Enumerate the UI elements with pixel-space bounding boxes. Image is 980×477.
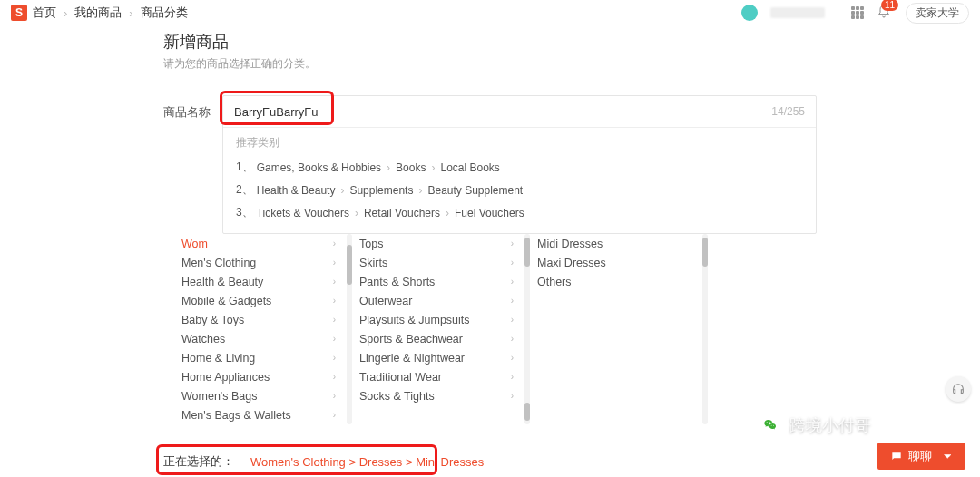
- wechat-icon: [759, 414, 782, 437]
- scrollbar[interactable]: [702, 234, 708, 424]
- apps-grid-icon[interactable]: [851, 6, 864, 19]
- category-item[interactable]: Traditional Wear›: [359, 367, 530, 386]
- chevron-right-icon: ›: [511, 296, 514, 306]
- chevron-right-icon: ›: [64, 6, 67, 20]
- suggest-title: 推荐类别: [236, 135, 803, 151]
- suggest-item-3[interactable]: 3、 Tickets & Vouchers› Retail Vouchers› …: [236, 201, 803, 224]
- notification-badge: 11: [881, 0, 898, 11]
- headset-fab[interactable]: [946, 376, 971, 402]
- chevron-right-icon: ›: [333, 410, 336, 420]
- chevron-right-icon: ›: [511, 258, 514, 268]
- chevron-right-icon: ›: [511, 353, 514, 363]
- divider: [838, 5, 838, 21]
- suggest-item-2[interactable]: 2、 Health & Beauty› Supplements› Beauty …: [236, 179, 803, 201]
- category-item[interactable]: Watches›: [181, 329, 352, 348]
- chevron-right-icon: ›: [333, 277, 336, 287]
- category-item[interactable]: Men's Bags & Wallets›: [181, 405, 352, 424]
- username-blurred: [770, 7, 825, 18]
- chevron-right-icon: ›: [333, 334, 336, 344]
- product-name-input[interactable]: [234, 105, 771, 119]
- page-subtitle: 请为您的商品选择正确的分类。: [163, 56, 817, 72]
- category-col-1[interactable]: Wom›Men's Clothing›Health & Beauty›Mobil…: [181, 234, 352, 424]
- breadcrumb-products[interactable]: 我的商品: [74, 5, 122, 21]
- chevron-right-icon: ›: [333, 372, 336, 382]
- selected-label: 正在选择的：: [163, 453, 234, 470]
- notifications-icon[interactable]: 11: [877, 5, 893, 21]
- breadcrumb-category[interactable]: 商品分类: [141, 5, 188, 21]
- suggest-dropdown: 推荐类别 1、 Games, Books & Hobbies› Books› L…: [223, 127, 816, 233]
- category-item[interactable]: Home & Living›: [181, 348, 352, 367]
- chevron-right-icon: ›: [511, 315, 514, 325]
- breadcrumb-home[interactable]: 首页: [33, 5, 56, 21]
- chat-button[interactable]: 聊聊 ⏷: [877, 443, 965, 470]
- category-item[interactable]: Midi Dresses: [537, 234, 708, 253]
- scrollbar[interactable]: [347, 234, 352, 424]
- scrollbar[interactable]: [524, 234, 530, 424]
- category-item[interactable]: Women's Bags›: [181, 386, 352, 405]
- category-item[interactable]: Lingerie & Nightwear›: [359, 348, 530, 367]
- category-item[interactable]: Socks & Tights›: [359, 386, 530, 405]
- category-col-2[interactable]: Tops›Skirts›Pants & Shorts›Outerwear›Pla…: [359, 234, 530, 405]
- collapse-icon: ⏷: [943, 451, 953, 462]
- selected-path: Women's Clothing > Dresses > Mini Dresse…: [250, 455, 484, 469]
- seller-university-button[interactable]: 卖家大学: [906, 3, 969, 24]
- category-item[interactable]: Maxi Dresses: [537, 253, 708, 272]
- chevron-right-icon: ›: [333, 296, 336, 306]
- category-col-3[interactable]: Midi DressesMaxi DressesOthers: [537, 234, 708, 291]
- chevron-right-icon: ›: [333, 353, 336, 363]
- category-item[interactable]: Tops›: [359, 234, 530, 253]
- suggest-item-1[interactable]: 1、 Games, Books & Hobbies› Books› Local …: [236, 156, 803, 179]
- category-item[interactable]: Baby & Toys›: [181, 310, 352, 329]
- logo[interactable]: S: [11, 5, 27, 21]
- char-counter: 14/255: [771, 105, 805, 118]
- chevron-right-icon: ›: [511, 238, 514, 248]
- chevron-right-icon: ›: [511, 334, 514, 344]
- chevron-right-icon: ›: [333, 391, 336, 401]
- category-item[interactable]: Skirts›: [359, 253, 530, 272]
- breadcrumb: 首页 › 我的商品 › 商品分类: [33, 5, 188, 21]
- category-item[interactable]: Home Appliances›: [181, 367, 352, 386]
- chevron-right-icon: ›: [333, 238, 336, 248]
- category-item[interactable]: Health & Beauty›: [181, 272, 352, 291]
- name-label: 商品名称: [163, 95, 222, 121]
- category-item[interactable]: Others: [537, 272, 708, 291]
- chevron-right-icon: ›: [129, 6, 132, 20]
- category-item[interactable]: Mobile & Gadgets›: [181, 291, 352, 310]
- category-item[interactable]: Sports & Beachwear›: [359, 329, 530, 348]
- category-item[interactable]: Wom›: [181, 234, 352, 253]
- category-item[interactable]: Men's Clothing›: [181, 253, 352, 272]
- page-title: 新增商品: [163, 31, 817, 53]
- category-item[interactable]: Pants & Shorts›: [359, 272, 530, 291]
- chevron-right-icon: ›: [511, 372, 514, 382]
- watermark: 跨境小付哥: [759, 414, 871, 437]
- chevron-right-icon: ›: [511, 391, 514, 401]
- chevron-right-icon: ›: [511, 277, 514, 287]
- category-item[interactable]: Playsuits & Jumpsuits›: [359, 310, 530, 329]
- chevron-right-icon: ›: [333, 315, 336, 325]
- avatar[interactable]: [741, 5, 758, 21]
- chevron-right-icon: ›: [333, 258, 336, 268]
- category-item[interactable]: Outerwear›: [359, 291, 530, 310]
